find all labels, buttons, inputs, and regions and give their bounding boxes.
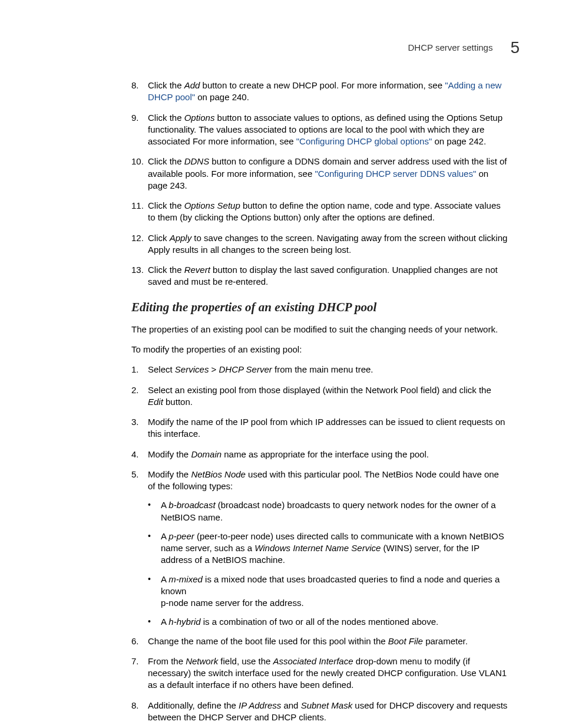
list-number: 13. xyxy=(131,264,148,288)
list-number: 5. xyxy=(131,469,148,493)
paragraph: To modify the properties of an existing … xyxy=(131,344,508,355)
paragraph: The properties of an existing pool can b… xyxy=(131,324,508,335)
bullet-icon: • xyxy=(148,499,161,523)
list-number: 8. xyxy=(131,80,148,104)
bullet-text: A h-hybrid is a combination of two or al… xyxy=(161,616,508,628)
list-item: 8. Click the Add button to create a new … xyxy=(131,80,508,104)
bullet-item: • A m-mixed is a mixed node that uses br… xyxy=(148,574,508,610)
list-item: 10. Click the DDNS button to configure a… xyxy=(131,156,508,192)
list-text: From the Network field, use the Associat… xyxy=(148,655,508,691)
list-text: Click the DDNS button to configure a DDN… xyxy=(148,156,508,192)
chapter-number: 5 xyxy=(510,37,520,59)
bullet-icon: • xyxy=(148,574,161,610)
list-item: 7. From the Network field, use the Assoc… xyxy=(131,655,508,691)
bullet-item: • A h-hybrid is a combination of two or … xyxy=(148,616,508,628)
list-text: Click the Add button to create a new DHC… xyxy=(148,80,508,104)
link-dhcp-ddns-values[interactable]: "Configuring DHCP server DDNS values" xyxy=(315,169,476,179)
list-number: 6. xyxy=(131,635,148,647)
list-text: Click the Revert button to display the l… xyxy=(148,264,508,288)
page-header: DHCP server settings 5 xyxy=(408,37,520,59)
list-text: Modify the NetBios Node used with this p… xyxy=(148,469,508,493)
list-text: Click the Options Setup button to define… xyxy=(148,200,508,224)
list-text: Select an existing pool from those displ… xyxy=(148,384,508,409)
list-item: 1. Select Services > DHCP Server from th… xyxy=(131,364,508,375)
bullet-text: A p-peer (peer-to-peer node) uses direct… xyxy=(161,531,508,566)
header-title: DHCP server settings xyxy=(408,42,492,54)
list-number: 1. xyxy=(131,364,148,375)
list-text: Click Apply to save changes to the scree… xyxy=(148,232,508,256)
list-number: 12. xyxy=(131,232,148,256)
list-number: 10. xyxy=(131,156,148,192)
bullet-item: • A b-broadcast (broadcast node) broadca… xyxy=(148,499,508,523)
list-item: 13. Click the Revert button to display t… xyxy=(131,264,508,288)
list-text: Change the name of the boot file used fo… xyxy=(148,635,508,647)
link-dhcp-global-options[interactable]: "Configuring DHCP global options" xyxy=(296,136,432,146)
list-number: 4. xyxy=(131,449,148,460)
list-item: 9. Click the Options button to associate… xyxy=(131,112,508,148)
list-text: Modify the name of the IP pool from whic… xyxy=(148,416,508,440)
list-number: 11. xyxy=(131,200,148,224)
bullet-icon: • xyxy=(148,531,161,566)
page-content: 8. Click the Add button to create a new … xyxy=(131,80,508,728)
bullet-text: A b-broadcast (broadcast node) broadcast… xyxy=(161,499,508,523)
list-text: Click the Options button to associate va… xyxy=(148,112,508,148)
list-number: 9. xyxy=(131,112,148,148)
list-item: 5. Modify the NetBios Node used with thi… xyxy=(131,469,508,493)
list-item: 6. Change the name of the boot file used… xyxy=(131,635,508,647)
list-item: 11. Click the Options Setup button to de… xyxy=(131,200,508,224)
list-item: 4. Modify the Domain name as appropriate… xyxy=(131,449,508,460)
bullet-icon: • xyxy=(148,616,161,628)
list-item: 12. Click Apply to save changes to the s… xyxy=(131,232,508,256)
list-item: 2. Select an existing pool from those di… xyxy=(131,384,508,409)
list-item: 8. Additionally, define the IP Address a… xyxy=(131,700,508,724)
bullet-item: • A p-peer (peer-to-peer node) uses dire… xyxy=(148,531,508,566)
list-number: 8. xyxy=(131,700,148,724)
bullet-text: A m-mixed is a mixed node that uses broa… xyxy=(161,574,508,610)
list-text: Select Services > DHCP Server from the m… xyxy=(148,364,508,375)
list-text: Additionally, define the IP Address and … xyxy=(148,700,508,724)
list-number: 3. xyxy=(131,416,148,440)
list-number: 2. xyxy=(131,384,148,409)
section-heading: Editing the properties of an existing DH… xyxy=(131,299,508,315)
list-text: Modify the Domain name as appropriate fo… xyxy=(148,449,508,460)
list-number: 7. xyxy=(131,655,148,691)
list-item: 3. Modify the name of the IP pool from w… xyxy=(131,416,508,440)
